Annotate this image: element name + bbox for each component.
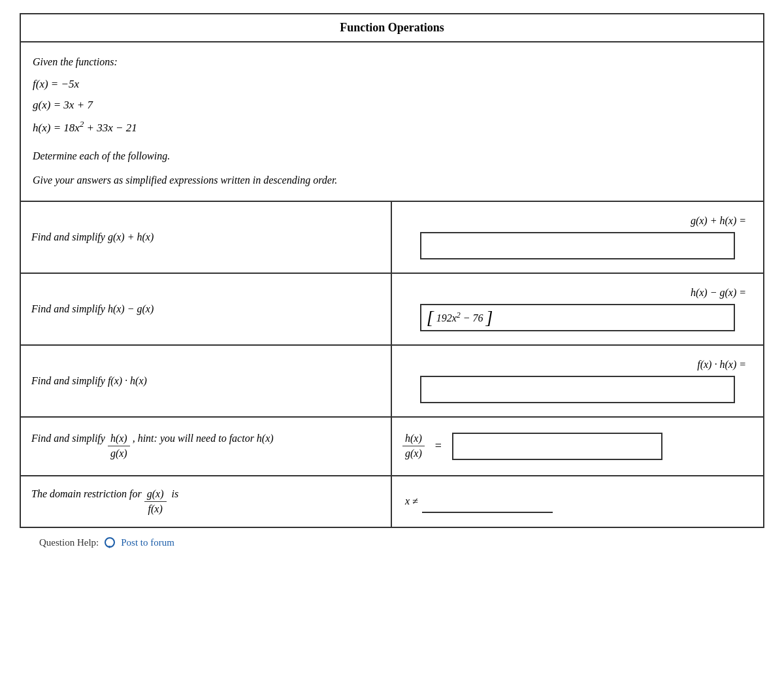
row3-expression-label: f(x) · h(x) = [697,359,753,371]
problem-description: Given the functions: f(x) = −5x g(x) = 3… [21,42,763,202]
row3-answer-input[interactable] [420,376,735,403]
row2-question: Find and simplify h(x) − g(x) [21,274,392,344]
row4-question: Find and simplify h(x) g(x) , hint: you … [21,418,392,475]
row5-fraction-num: g(x) [144,488,167,502]
problems-table: Find and simplify g(x) + h(x) g(x) + h(x… [21,202,763,527]
table-row: Find and simplify f(x) · h(x) f(x) · h(x… [21,346,763,418]
main-table: Function Operations Given the functions:… [20,13,764,528]
row4-fraction-den: g(x) [108,446,130,459]
table-row: The domain restriction for g(x) f(x) is … [21,476,763,527]
row5-fraction: g(x) f(x) [144,488,167,515]
table-row: Find and simplify h(x) − g(x) h(x) − g(x… [21,274,763,346]
g-definition: g(x) = 3x + 7 [33,95,751,116]
row1-answer-cell: g(x) + h(x) = [392,202,763,273]
row3-question-text: Find and simplify f(x) · h(x) [31,375,147,387]
row5-fraction-den: f(x) [146,502,165,515]
given-label: Given the functions: [33,53,751,72]
right-bracket: ] [486,308,493,327]
row4-fraction-num: h(x) [108,433,130,446]
row5-domain-prefix: x ≠ [405,495,418,507]
post-to-forum-link[interactable]: Post to forum [104,537,174,549]
row2-question-text: Find and simplify h(x) − g(x) [31,303,154,315]
question-help: Question Help: Post to forum [39,537,771,549]
row4-right-den: g(x) [402,446,425,459]
table-row: Find and simplify g(x) + h(x) g(x) + h(x… [21,202,763,274]
svg-point-0 [105,538,114,547]
row2-answer-display: [ 192x2 − 76 ] [420,304,735,331]
row4-right-fraction: h(x) g(x) [402,433,425,459]
h-definition: h(x) = 18x2 + 33x − 21 [33,117,751,138]
row1-question-text: Find and simplify g(x) + h(x) [31,231,154,243]
row3-question: Find and simplify f(x) · h(x) [21,346,392,416]
row5-question: The domain restriction for g(x) f(x) is [21,476,392,527]
row5-question-text: The domain restriction for g(x) f(x) is [31,488,178,515]
row1-answer-input[interactable] [420,232,735,259]
row2-answer-cell: h(x) − g(x) = [ 192x2 − 76 ] [392,274,763,344]
row1-question: Find and simplify g(x) + h(x) [21,202,392,273]
row4-fraction-left: h(x) g(x) [108,433,130,459]
row4-answer-input[interactable] [452,433,662,460]
instruction1: Determine each of the following. [33,147,751,166]
row3-answer-cell: f(x) · h(x) = [392,346,763,416]
row2-answer-value: 192x2 − 76 [434,310,486,324]
row4-fraction-display: h(x) g(x) = [402,433,753,460]
row4-question-text: Find and simplify h(x) g(x) , hint: you … [31,433,274,459]
f-definition: f(x) = −5x [33,75,751,95]
question-help-label: Question Help: [39,537,99,548]
forum-link-text: Post to forum [121,537,174,548]
left-bracket: [ [427,308,434,327]
table-row: Find and simplify h(x) g(x) , hint: you … [21,418,763,476]
row4-right-num: h(x) [402,433,425,446]
forum-icon [104,537,116,549]
row1-expression-label: g(x) + h(x) = [691,215,753,227]
row5-answer-input[interactable] [422,489,553,513]
page-title: Function Operations [21,14,763,42]
row2-expression-label: h(x) − g(x) = [691,287,753,299]
row4-answer-cell: h(x) g(x) = [392,418,763,475]
instruction2: Give your answers as simplified expressi… [33,171,751,190]
row4-equals: = [435,439,442,453]
row5-answer-cell: x ≠ [392,476,763,527]
